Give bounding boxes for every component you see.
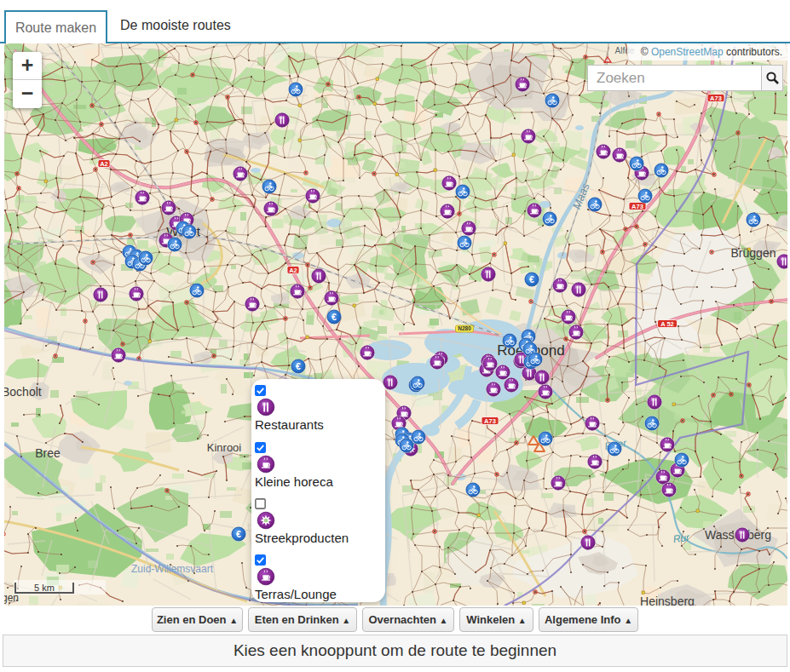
svg-text:€: €	[296, 361, 301, 371]
svg-text:€: €	[236, 529, 241, 539]
svg-text:Brüggen: Brüggen	[731, 246, 776, 260]
svg-text:Rur: Rur	[672, 531, 691, 546]
svg-text:A73: A73	[710, 95, 722, 102]
svg-text:€: €	[529, 274, 534, 284]
svg-text:Bocholt: Bocholt	[4, 385, 42, 399]
svg-text:Bree: Bree	[35, 446, 61, 460]
svg-text:A2: A2	[100, 160, 108, 168]
svg-text:A 52: A 52	[660, 320, 674, 328]
svg-text:Zuid-Willemsvaart: Zuid-Willemsvaart	[131, 563, 214, 575]
svg-text:N280: N280	[458, 325, 471, 331]
svg-text:Heinsberg: Heinsberg	[640, 594, 695, 606]
svg-text:A73: A73	[631, 203, 643, 210]
svg-text:A73: A73	[484, 417, 496, 425]
svg-text:A2: A2	[289, 267, 297, 274]
svg-text:Kinrooi: Kinrooi	[207, 441, 242, 454]
svg-text:€: €	[332, 312, 337, 322]
svg-text:5 km: 5 km	[34, 583, 55, 593]
